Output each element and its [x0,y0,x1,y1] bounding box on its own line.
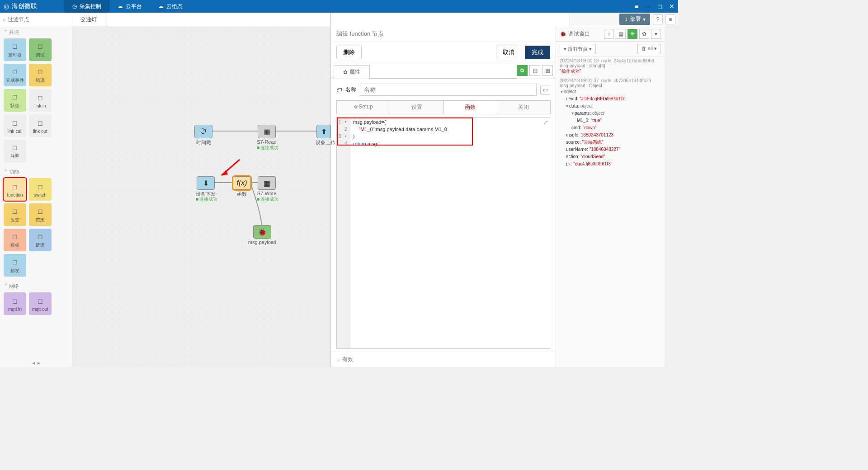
tab-label: 属性 [349,68,360,76]
tree-value: "cloudSend" [580,154,605,159]
node-icon: ◻ [35,182,45,192]
node-icon: ◻ [35,93,45,103]
node-timer-label: 时间戳 [185,139,222,146]
sub-header: ⌕ 交通灯 ⤓ 部署 ▾ ? ≡ [0,13,678,26]
chevron-right-icon[interactable]: ▸ [38,360,40,366]
deploy-label: 部署 [630,15,641,23]
flow-canvas[interactable]: ⏱ 时间戳 ▦ S7-Read 连接成功 ⬆ 设备上传 ⬇ 设备下发 连接成功 … [72,26,331,367]
palette-node-mqtt out[interactable]: ◻mqtt out [29,292,52,315]
deploy-icon: ⤓ [624,16,628,23]
code-tab-setup[interactable]: ✿ Setup [336,100,390,114]
tab-properties[interactable]: ✿属性 [334,65,370,79]
tree-value: "true" [591,118,602,123]
tree-value: "down" [582,125,596,130]
header-actions: ⤓ 部署 ▾ ? ≡ [570,13,678,26]
palette-node-触发[interactable]: ◻触发 [4,254,26,277]
node-label: function [7,193,23,197]
help-button[interactable]: ? [653,14,663,24]
nav-tab-config[interactable]: ☁云组态 [150,0,191,13]
valid-label: 有效 [342,356,353,363]
chevron-down-icon: ˅ [5,283,7,289]
node-function[interactable]: f(x) [233,176,251,190]
code-tab-settings[interactable]: 设置 [390,100,443,114]
cancel-button[interactable]: 取消 [496,46,521,59]
palette-node-mqtt in[interactable]: ◻mqtt in [4,292,26,315]
node-label: 定时器 [8,52,22,58]
palette-node-范围[interactable]: ◻范围 [29,203,52,226]
palette-node-状态[interactable]: ◻状态 [4,89,26,112]
name-input[interactable] [360,84,537,96]
palette-category-net[interactable]: ˅网络 [0,280,72,292]
node-icon: ◻ [35,41,45,51]
close-icon[interactable]: ✕ [669,3,675,10]
bookmark-button[interactable]: ▭ [540,85,550,95]
debug-tab[interactable]: ✳ [627,29,637,39]
node-icon: ◻ [35,118,45,128]
chevron-down-icon: ˅ [5,169,7,175]
done-button[interactable]: 完成 [525,46,550,59]
valid-indicator-icon: ○ [336,357,340,363]
palette-node-link call[interactable]: ◻link call [4,114,26,137]
code-tab-close[interactable]: 关闭 [497,100,551,114]
node-icon: ◻ [10,118,20,128]
palette-node-完成事件[interactable]: ◻完成事件 [4,64,26,86]
palette-category-func[interactable]: ˅功能 [0,166,72,178]
node-label: switch [34,193,47,197]
minimize-icon[interactable]: — [645,3,651,10]
node-timer[interactable]: ⏱ [194,125,212,138]
expand-icon[interactable]: ⤢ [543,119,548,126]
palette-node-定时器[interactable]: ◻定时器 [4,38,26,61]
node-label: 完成事件 [6,77,24,84]
code-tab-function[interactable]: 函数 [443,100,497,114]
node-device-down[interactable]: ⬇ [197,176,215,190]
palette-category-common[interactable]: ˅共通 [0,26,72,38]
flow-tab-item[interactable]: 交通灯 [72,13,105,26]
palette-node-改变[interactable]: ◻改变 [4,203,26,226]
chevron-left-icon[interactable]: ◂ [32,360,35,366]
log-entry: 2022/4/18 09:01:37 node: cb73d6b1343ff63… [560,78,661,168]
node-label: mqtt in [8,307,22,312]
filter-input[interactable] [8,16,69,23]
appearance-button[interactable]: ▦ [542,65,553,76]
menu-icon[interactable]: ≡ [635,3,638,10]
node-s7read[interactable]: ▦ [258,125,276,138]
palette-node-link out[interactable]: ◻link out [29,114,52,137]
log-node: node: cb73d6b1343ff633 [601,78,651,83]
node-device-up[interactable]: ⬆ [316,125,331,138]
filter-nodes-dropdown[interactable]: ▾ 所有节点 ▾ [560,44,596,54]
menu-button[interactable]: ≡ [665,14,675,24]
debug-sidebar: 🐞 调试窗口 i ▤ ✳ ✿ ▾ ▾ 所有节点 ▾ 🗑 all ▾ 2022/4… [556,26,665,367]
palette-node-注释[interactable]: ◻注释 [4,140,26,162]
palette-node-延迟[interactable]: ◻延迟 [29,229,52,251]
delete-button[interactable]: 删除 [336,46,362,59]
node-debug[interactable]: 🐞 [253,225,271,239]
palette-node-调试[interactable]: ◻调试 [29,38,52,61]
node-s7write[interactable]: ▦ [258,176,276,190]
maximize-icon[interactable]: ◻ [657,3,663,10]
docs-button[interactable]: ▤ [529,65,540,76]
node-icon: ◻ [10,296,20,306]
palette-node-function[interactable]: ◻function [4,178,26,201]
deploy-button[interactable]: ⤓ 部署 ▾ [619,14,650,25]
node-label: 调试 [36,52,45,58]
nav-tab-collect[interactable]: ◷采集控制 [64,0,109,13]
palette-node-link in[interactable]: ◻link in [29,89,52,112]
node-icon: ◻ [10,182,20,192]
nav-tab-cloud[interactable]: ☁云平台 [109,0,150,13]
node-label: link in [34,103,46,108]
palette-node-错误[interactable]: ◻错误 [29,64,52,86]
debug-log[interactable]: 2022/4/18 09:00:13 node: 24a4a107abad90b… [556,56,665,367]
palette-node-switch[interactable]: ◻switch [29,178,52,201]
help-tab[interactable]: ▤ [616,29,626,39]
info-tab[interactable]: i [604,29,614,39]
palette-node-模板[interactable]: ◻模板 [4,229,26,251]
palette-filter[interactable]: ⌕ [0,13,72,26]
clear-button[interactable]: 🗑 all ▾ [637,44,661,54]
node-icon: ◻ [35,206,45,216]
cloud-icon: ☁ [158,3,164,9]
node-s7read-label: S7-Read [249,139,285,145]
code-editor[interactable]: 1 ▾23 ▾4 msg.payload={ "M1_0":msg.payloa… [336,117,550,349]
chevron-down-icon[interactable]: ▾ [651,29,661,39]
config-tab[interactable]: ✿ [639,29,649,39]
env-button[interactable]: ✿ [517,65,528,76]
